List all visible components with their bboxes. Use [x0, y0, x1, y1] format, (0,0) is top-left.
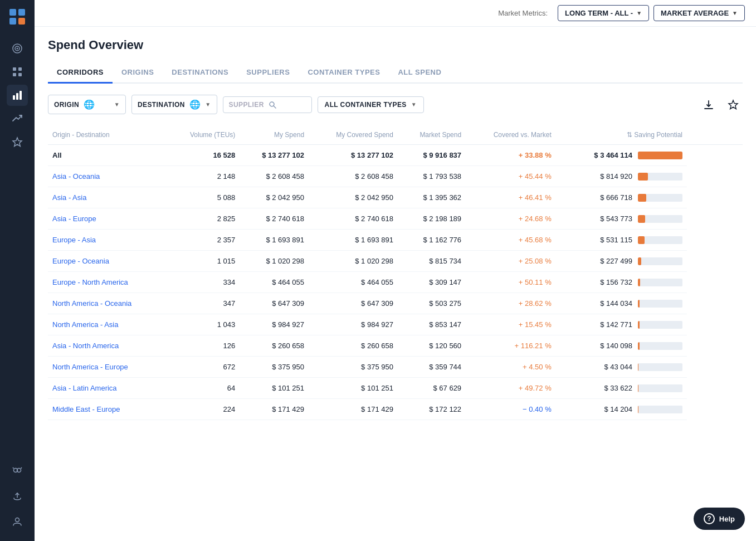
sidebar [0, 0, 35, 541]
sidebar-item-spy[interactable] [7, 460, 28, 481]
saving-bar-container [638, 363, 682, 371]
tab-origins[interactable]: ORIGINS [113, 62, 163, 84]
cell-volume: 5 088 [167, 187, 240, 208]
chevron-down-icon: ▼ [205, 101, 211, 108]
cell-covered-vs-market: + 25.08 % [466, 251, 556, 272]
cell-covered-vs-market: + 4.50 % [466, 357, 556, 378]
cell-saving-potential: $ 543 773 [556, 208, 687, 230]
cell-corridor[interactable]: Asia - Asia [48, 187, 167, 208]
cell-covered-vs-market: + 28.62 % [466, 293, 556, 314]
svg-rect-9 [13, 73, 16, 76]
cell-volume: 1 043 [167, 314, 240, 335]
sidebar-item-star[interactable] [7, 131, 28, 153]
saving-bar-container [638, 236, 682, 244]
cell-covered-vs-market: + 24.68 % [466, 208, 556, 230]
cell-saving-potential: $ 144 034 [556, 293, 687, 314]
container-types-label: ALL CONTAINER TYPES [325, 101, 407, 109]
svg-rect-8 [18, 67, 22, 71]
cell-corridor[interactable]: North America - Asia [48, 314, 167, 335]
origin-filter[interactable]: ORIGIN 🌐 ▼ [48, 95, 126, 114]
cell-corridor[interactable]: Asia - Europe [48, 208, 167, 230]
chevron-down-icon: ▼ [732, 10, 738, 16]
tab-container-types[interactable]: CONTAINER TYPES [299, 62, 389, 84]
market-average-button[interactable]: MARKET AVERAGE ▼ [653, 5, 745, 21]
destination-filter[interactable]: DESTINATION 🌐 ▼ [131, 95, 217, 114]
table-row: Asia - North America 126 $ 260 658 $ 260… [48, 335, 743, 357]
container-types-filter[interactable]: ALL CONTAINER TYPES ▼ [318, 96, 424, 113]
cell-my-spend: $ 101 251 [240, 378, 309, 399]
svg-point-6 [17, 48, 18, 50]
table-row: North America - Oceania 347 $ 647 309 $ … [48, 293, 743, 314]
saving-bar-container [638, 321, 682, 329]
cell-covered-vs-market: − 0.40 % [466, 399, 556, 420]
saving-bar-fill [638, 194, 646, 202]
col-header-corridor: Origin - Destination [48, 128, 167, 145]
cell-covered-spend: $ 984 927 [309, 314, 398, 335]
page-title: Spend Overview [48, 38, 743, 52]
sidebar-item-user[interactable] [7, 511, 28, 532]
sidebar-item-upload[interactable] [7, 485, 28, 506]
sidebar-item-trend[interactable] [7, 108, 28, 129]
corridors-table: Origin - Destination Volume (TEUs) My Sp… [48, 128, 743, 420]
supplier-filter[interactable]: SUPPLIER [223, 96, 312, 113]
tab-corridors[interactable]: CORRIDORS [48, 62, 113, 84]
saving-bar-fill [638, 152, 682, 159]
saving-bar-fill [638, 173, 648, 181]
cell-saving-potential: $ 43 044 [556, 357, 687, 378]
cell-corridor[interactable]: Europe - North America [48, 272, 167, 293]
cell-corridor: All [48, 145, 167, 166]
cell-market-spend: $ 67 629 [398, 378, 466, 399]
col-header-market-spend: Market Spend [398, 128, 466, 145]
cell-corridor[interactable]: Middle East - Europe [48, 399, 167, 420]
tab-destinations[interactable]: DESTINATIONS [163, 62, 237, 84]
page-content: Spend Overview CORRIDORS ORIGINS DESTINA… [35, 27, 756, 541]
col-header-saving-potential[interactable]: ⇅Saving Potential [556, 128, 687, 145]
sidebar-item-grid[interactable] [7, 61, 28, 82]
cell-saving-potential: $ 666 718 [556, 187, 687, 208]
tab-suppliers[interactable]: SUPPLIERS [237, 62, 299, 84]
sidebar-item-chart[interactable] [7, 85, 28, 106]
cell-covered-spend: $ 260 658 [309, 335, 398, 357]
col-header-my-spend: My Spend [240, 128, 309, 145]
table-row: Asia - Oceania 2 148 $ 2 608 458 $ 2 608… [48, 166, 743, 187]
saving-bar-container [638, 194, 682, 202]
cell-my-spend: $ 984 927 [240, 314, 309, 335]
cell-corridor[interactable]: Europe - Oceania [48, 251, 167, 272]
table-row: North America - Asia 1 043 $ 984 927 $ 9… [48, 314, 743, 335]
svg-rect-11 [13, 95, 15, 100]
cell-market-spend: $ 853 147 [398, 314, 466, 335]
cell-covered-vs-market: + 46.41 % [466, 187, 556, 208]
cell-covered-spend: $ 101 251 [309, 378, 398, 399]
cell-market-spend: $ 1 162 776 [398, 230, 466, 251]
download-button[interactable] [699, 95, 718, 114]
help-button[interactable]: ? Help [694, 508, 745, 530]
cell-volume: 2 357 [167, 230, 240, 251]
globe-icon: 🌐 [84, 99, 95, 110]
cell-corridor[interactable]: Asia - North America [48, 335, 167, 357]
saving-bar-fill [638, 257, 641, 265]
cell-my-spend: $ 2 042 950 [240, 187, 309, 208]
cell-covered-vs-market: + 15.45 % [466, 314, 556, 335]
svg-line-19 [21, 467, 22, 469]
saving-bar-fill [638, 321, 640, 329]
cell-corridor[interactable]: Asia - Latin America [48, 378, 167, 399]
cell-volume: 16 528 [167, 145, 240, 166]
long-term-button[interactable]: LONG TERM - ALL - ▼ [558, 5, 649, 21]
cell-corridor[interactable]: Europe - Asia [48, 230, 167, 251]
svg-rect-7 [13, 67, 16, 71]
cell-corridor[interactable]: Asia - Oceania [48, 166, 167, 187]
market-metrics-label: Market Metrics: [498, 9, 548, 17]
saving-bar-fill [638, 363, 638, 371]
saving-bar-container [638, 257, 682, 265]
tab-all-spend[interactable]: ALL SPEND [389, 62, 450, 84]
cell-corridor[interactable]: North America - Europe [48, 357, 167, 378]
bookmark-button[interactable] [724, 95, 743, 114]
cell-corridor[interactable]: North America - Oceania [48, 293, 167, 314]
cell-saving-potential: $ 14 204 [556, 399, 687, 420]
cell-volume: 64 [167, 378, 240, 399]
logo-icon[interactable] [7, 7, 27, 27]
cell-volume: 224 [167, 399, 240, 420]
sidebar-item-target[interactable] [7, 38, 28, 59]
filter-actions [699, 95, 743, 114]
cell-covered-spend: $ 13 277 102 [309, 145, 398, 166]
